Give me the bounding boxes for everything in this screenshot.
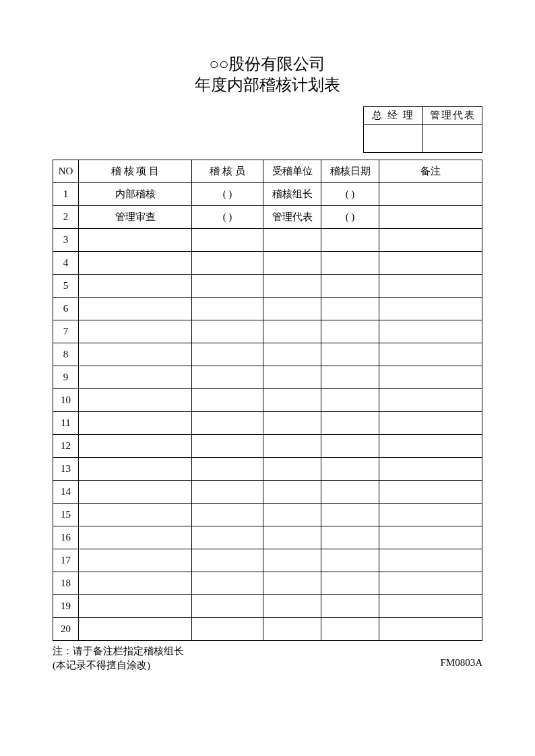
cell-remark	[379, 275, 482, 298]
cell-unit	[263, 481, 321, 504]
footer-note-1: 注：请于备注栏指定稽核组长	[53, 645, 482, 658]
table-row: 11	[53, 412, 482, 435]
cell-unit	[263, 572, 321, 595]
cell-remark	[379, 343, 482, 366]
table-row: 15	[53, 504, 482, 526]
cell-no: 3	[53, 229, 79, 252]
cell-auditor	[192, 275, 263, 298]
cell-unit	[263, 618, 321, 641]
cell-unit	[263, 275, 321, 298]
approval-gm-label: 总 经 理	[364, 107, 423, 125]
cell-no: 17	[53, 549, 79, 572]
cell-unit	[263, 458, 321, 481]
cell-date	[321, 526, 379, 549]
table-row: 5	[53, 275, 482, 298]
cell-item	[79, 481, 192, 504]
table-row: 14	[53, 481, 482, 504]
cell-unit	[263, 526, 321, 549]
cell-auditor	[192, 526, 263, 549]
cell-item	[79, 343, 192, 366]
table-row: 6	[53, 298, 482, 320]
cell-no: 14	[53, 481, 79, 504]
cell-auditor	[192, 572, 263, 595]
table-row: 20	[53, 618, 482, 641]
cell-item	[79, 526, 192, 549]
col-header-date: 稽核日期	[321, 160, 379, 183]
form-code: FM0803A	[440, 657, 482, 668]
table-row: 7	[53, 320, 482, 343]
table-row: 2管理审查( )管理代表( )	[53, 206, 482, 229]
cell-item	[79, 504, 192, 526]
title-line-1: ○○股份有限公司	[53, 54, 482, 75]
cell-item	[79, 458, 192, 481]
audit-plan-table: NO 稽 核 项 目 稽 核 员 受稽单位 稽核日期 备注 1内部稽核( )稽核…	[53, 160, 482, 641]
cell-item	[79, 595, 192, 618]
cell-item	[79, 366, 192, 389]
cell-unit: 稽核组长	[263, 183, 321, 206]
table-header-row: NO 稽 核 项 目 稽 核 员 受稽单位 稽核日期 备注	[53, 160, 482, 183]
cell-unit	[263, 504, 321, 526]
cell-date	[321, 595, 379, 618]
cell-item	[79, 412, 192, 435]
footer: 注：请于备注栏指定稽核组长 (本记录不得擅自涂改) FM0803A	[53, 645, 482, 672]
col-header-remark: 备注	[379, 160, 482, 183]
cell-unit	[263, 343, 321, 366]
cell-no: 8	[53, 343, 79, 366]
cell-auditor	[192, 504, 263, 526]
col-header-item: 稽 核 项 目	[79, 160, 192, 183]
cell-date	[321, 504, 379, 526]
cell-auditor	[192, 389, 263, 412]
cell-no: 15	[53, 504, 79, 526]
cell-remark	[379, 320, 482, 343]
cell-remark	[379, 252, 482, 275]
cell-auditor	[192, 458, 263, 481]
cell-item	[79, 572, 192, 595]
cell-auditor	[192, 481, 263, 504]
cell-no: 5	[53, 275, 79, 298]
cell-remark	[379, 572, 482, 595]
cell-no: 13	[53, 458, 79, 481]
cell-unit	[263, 389, 321, 412]
cell-remark	[379, 526, 482, 549]
table-row: 18	[53, 572, 482, 595]
cell-remark	[379, 389, 482, 412]
cell-date	[321, 572, 379, 595]
cell-unit	[263, 298, 321, 320]
cell-unit	[263, 252, 321, 275]
cell-item	[79, 618, 192, 641]
cell-unit	[263, 549, 321, 572]
cell-unit	[263, 320, 321, 343]
table-row: 12	[53, 435, 482, 458]
cell-unit	[263, 435, 321, 458]
cell-auditor	[192, 320, 263, 343]
cell-item	[79, 320, 192, 343]
cell-item	[79, 229, 192, 252]
cell-no: 4	[53, 252, 79, 275]
col-header-auditor: 稽 核 员	[192, 160, 263, 183]
cell-auditor	[192, 595, 263, 618]
cell-auditor	[192, 298, 263, 320]
table-row: 17	[53, 549, 482, 572]
cell-remark	[379, 298, 482, 320]
table-row: 13	[53, 458, 482, 481]
cell-date	[321, 435, 379, 458]
cell-no: 20	[53, 618, 79, 641]
approval-gm-value	[364, 125, 423, 153]
cell-no: 9	[53, 366, 79, 389]
cell-item: 内部稽核	[79, 183, 192, 206]
cell-auditor	[192, 435, 263, 458]
cell-auditor	[192, 618, 263, 641]
cell-remark	[379, 229, 482, 252]
approval-box: 总 经 理 管理代表	[53, 106, 482, 153]
cell-date	[321, 549, 379, 572]
cell-remark	[379, 206, 482, 229]
cell-item: 管理审查	[79, 206, 192, 229]
cell-auditor: ( )	[192, 206, 263, 229]
cell-auditor	[192, 366, 263, 389]
cell-no: 19	[53, 595, 79, 618]
cell-no: 1	[53, 183, 79, 206]
cell-auditor	[192, 229, 263, 252]
cell-unit	[263, 229, 321, 252]
cell-item	[79, 389, 192, 412]
cell-date	[321, 252, 379, 275]
